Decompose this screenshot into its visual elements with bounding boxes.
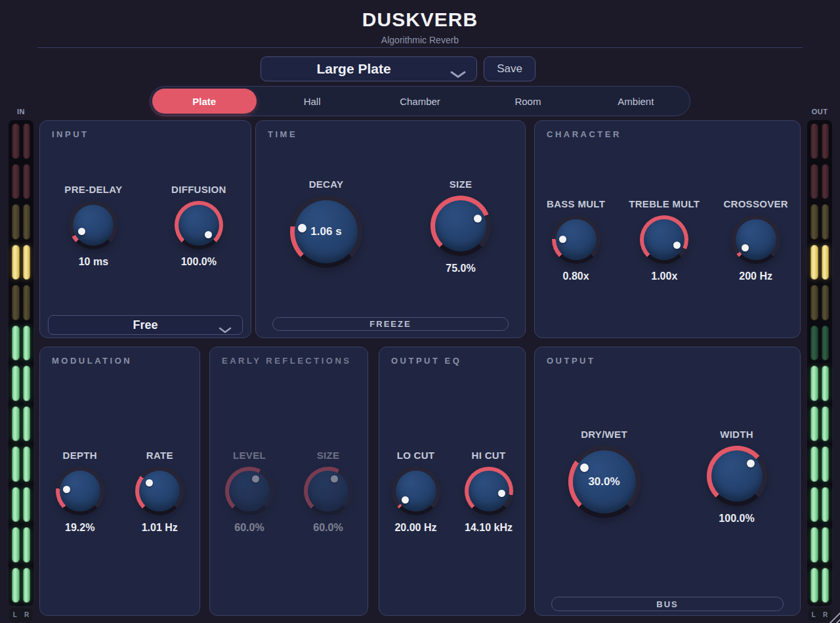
meter-segment-green xyxy=(822,406,830,442)
output-meter-channel-labels: L R xyxy=(808,608,831,622)
meter-segment-green xyxy=(23,406,31,442)
meter-segment-green xyxy=(810,487,818,523)
duskverb-plugin-window: DUSKVERB Algorithmic Reverb Large Plate … xyxy=(0,0,840,623)
treble-mult-knob-group: TREBLE MULT 1.00x xyxy=(629,198,700,282)
width-label: WIDTH xyxy=(720,429,753,440)
bass-mult-label: BASS MULT xyxy=(547,198,605,209)
meter-segment-green xyxy=(12,326,20,361)
meter-segment-green xyxy=(23,487,31,523)
preset-type-tabbar: PlateHallChamberRoomAmbient xyxy=(150,86,690,116)
meter-segment-green xyxy=(12,527,20,563)
tab-room[interactable]: Room xyxy=(474,87,581,116)
meter-column xyxy=(822,123,830,603)
predelay-value: 10 ms xyxy=(79,256,108,268)
meter-segment-amber_dim xyxy=(12,285,20,320)
time-panel-title: TIME xyxy=(268,129,297,139)
depth-knob[interactable] xyxy=(56,467,104,515)
tab-chamber[interactable]: Chamber xyxy=(366,87,474,116)
decay-knob[interactable]: 1.06 s xyxy=(290,196,362,268)
predelay-sync-value: Free xyxy=(133,318,158,332)
rate-label: RATE xyxy=(146,450,173,461)
er-size-label: SIZE xyxy=(317,450,340,461)
tab-plate[interactable]: Plate xyxy=(150,87,258,116)
modulation-panel-title: MODULATION xyxy=(52,356,132,366)
bass-mult-knob-group: BASS MULT 0.80x xyxy=(547,198,605,282)
crossover-knob-group: CROSSOVER 200 Hz xyxy=(723,198,788,282)
output-panel-title: OUTPUT xyxy=(547,356,595,366)
meter-segment-amber_dim xyxy=(12,204,20,240)
crossover-value: 200 Hz xyxy=(739,270,772,282)
er-level-knob-group: LEVEL 60.0% xyxy=(225,450,274,534)
meter-segment-green xyxy=(23,568,31,603)
input-meter xyxy=(9,120,33,606)
meter-segment-green_dim xyxy=(822,326,830,361)
diffusion-knob[interactable] xyxy=(175,201,223,249)
predelay-knob[interactable] xyxy=(69,201,117,249)
input-panel: INPUT PRE-DELAY 10 ms DIFFUSION 100.0% F… xyxy=(39,120,251,338)
tab-hall[interactable]: Hall xyxy=(258,87,366,116)
er-level-knob[interactable] xyxy=(225,467,274,515)
size-label: SIZE xyxy=(450,179,472,190)
save-preset-button[interactable]: Save xyxy=(484,56,536,81)
chevron-down-icon xyxy=(450,66,466,82)
lo-cut-knob[interactable] xyxy=(392,467,440,515)
meter-segment-green xyxy=(23,366,31,401)
er-size-knob[interactable] xyxy=(304,467,352,515)
rate-knob[interactable] xyxy=(135,467,184,515)
page-subtitle: Algorithmic Reverb xyxy=(0,35,840,45)
tab-ambient[interactable]: Ambient xyxy=(582,87,690,116)
meter-segment-yellow xyxy=(12,245,20,280)
early-reflections-panel: EARLY REFLECTIONS LEVEL 60.0% SIZE 60.0% xyxy=(209,347,368,616)
size-knob[interactable] xyxy=(430,196,491,256)
size-knob-group: SIZE 75.0% xyxy=(430,179,491,274)
bus-button[interactable]: BUS xyxy=(551,597,784,611)
early-reflections-panel-title: EARLY REFLECTIONS xyxy=(222,356,351,366)
dry-wet-knob-group: DRY/WET 30.0% xyxy=(568,429,640,518)
diffusion-knob-group: DIFFUSION 100.0% xyxy=(171,184,226,268)
page-title: DUSKVERB xyxy=(0,9,840,31)
meter-segment-green xyxy=(822,366,830,401)
dry-wet-knob[interactable]: 30.0% xyxy=(568,446,640,518)
meter-segment-green_dim xyxy=(810,326,818,361)
crossover-knob[interactable] xyxy=(732,215,780,264)
meter-segment-green xyxy=(822,527,830,563)
meter-segment-green xyxy=(810,527,818,563)
hi-cut-label: HI CUT xyxy=(472,450,506,461)
meter-column xyxy=(23,123,31,603)
er-level-label: LEVEL xyxy=(233,450,266,461)
hi-cut-knob-group: HI CUT 14.10 kHz xyxy=(465,450,513,534)
decay-label: DECAY xyxy=(309,179,344,190)
hi-cut-knob[interactable] xyxy=(465,467,513,515)
diffusion-value: 100.0% xyxy=(181,256,217,268)
freeze-button[interactable]: FREEZE xyxy=(272,317,509,331)
character-panel-title: CHARACTER xyxy=(547,129,621,139)
meter-segment-green xyxy=(810,568,818,603)
meter-segment-green xyxy=(12,406,20,442)
preset-select[interactable]: Large Plate xyxy=(261,56,477,81)
meter-segment-green xyxy=(23,527,31,563)
meter-segment-green xyxy=(810,446,818,482)
meter-segment-green xyxy=(12,487,20,523)
treble-mult-knob[interactable] xyxy=(640,215,688,264)
width-knob[interactable] xyxy=(707,446,767,506)
bass-mult-knob[interactable] xyxy=(552,215,600,264)
input-panel-title: INPUT xyxy=(52,129,89,139)
freeze-button-label: FREEZE xyxy=(369,319,411,329)
treble-mult-label: TREBLE MULT xyxy=(629,198,700,209)
lo-cut-label: LO CUT xyxy=(397,450,435,461)
meter-segment-red_dim xyxy=(12,164,20,200)
output-meter-label: OUT xyxy=(807,108,832,116)
output-eq-panel-title: OUTPUT EQ xyxy=(391,356,461,366)
decay-knob-group: DECAY 1.06 s xyxy=(290,179,362,268)
chevron-down-icon xyxy=(219,323,232,337)
depth-label: DEPTH xyxy=(63,450,97,461)
modulation-panel: MODULATION DEPTH 19.2% RATE 1.01 Hz xyxy=(39,347,200,616)
bus-button-label: BUS xyxy=(656,599,678,609)
rate-value: 1.01 Hz xyxy=(142,522,178,534)
dry-wet-label: DRY/WET xyxy=(581,429,627,440)
time-panel: TIME DECAY 1.06 s SIZE 75.0% FREEZE xyxy=(255,120,526,338)
diffusion-label: DIFFUSION xyxy=(171,184,226,195)
meter-segment-green xyxy=(23,326,31,361)
output-eq-panel: OUTPUT EQ LO CUT 20.00 Hz HI CUT 14.10 k… xyxy=(379,347,526,616)
predelay-sync-select[interactable]: Free xyxy=(48,315,243,335)
